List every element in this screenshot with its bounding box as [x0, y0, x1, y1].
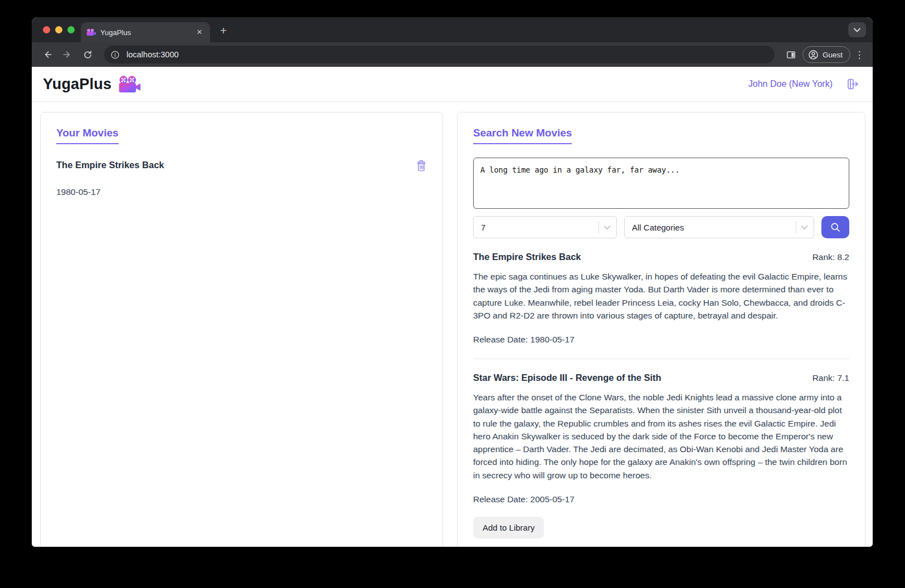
profile-label: Guest: [823, 51, 843, 59]
result-rank: Rank: 8.2: [812, 252, 849, 262]
app-page: YugaPlus John Doe (New York): [32, 67, 873, 547]
category-select[interactable]: All Categories: [624, 216, 814, 238]
browser-tab-strip: YugaPlus ✕ +: [32, 17, 873, 42]
browser-toolbar: localhost:3000 Guest ⋮: [32, 42, 873, 67]
result-release-date: Release Date: 1980-05-17: [473, 335, 849, 345]
back-button[interactable]: [38, 46, 56, 63]
reload-button[interactable]: [79, 46, 96, 63]
url-text[interactable]: localhost:3000: [126, 50, 179, 59]
library-movie-item: The Empire Strikes Back 1980-05-17: [56, 160, 427, 197]
brand-title: YugaPlus: [43, 76, 111, 93]
chevron-down-icon: [801, 225, 808, 230]
side-panel-button[interactable]: [782, 46, 800, 63]
result-description: Years after the onset of the Clone Wars,…: [473, 391, 849, 482]
library-movie-title: The Empire Strikes Back: [56, 160, 164, 170]
zoom-window-button[interactable]: [67, 26, 75, 33]
window-controls: [43, 26, 75, 33]
search-result: Star Wars: Episode III - Revenge of the …: [473, 373, 849, 538]
address-bar[interactable]: localhost:3000: [104, 46, 775, 63]
result-divider: [473, 359, 849, 359]
search-icon: [830, 222, 841, 233]
search-controls: 7 All Categories: [473, 216, 849, 238]
info-icon: [110, 50, 120, 60]
browser-menu-button[interactable]: ⋮: [853, 49, 866, 61]
forward-arrow-icon: [62, 49, 73, 60]
main-content: Your Movies The Empire Strikes Back: [32, 102, 873, 547]
side-panel-icon: [786, 50, 796, 60]
brand: YugaPlus: [43, 75, 140, 94]
select-divider: [796, 221, 796, 233]
reload-icon: [82, 50, 93, 60]
tab-search-button[interactable]: [848, 22, 866, 37]
result-release-date: Release Date: 2005-05-17: [473, 494, 849, 504]
new-tab-button[interactable]: +: [216, 23, 231, 39]
max-results-select[interactable]: 7: [473, 216, 617, 238]
add-to-library-button[interactable]: Add to Library: [473, 517, 544, 538]
app-header: YugaPlus John Doe (New York): [32, 67, 873, 102]
favicon-movie-camera-icon: [86, 28, 96, 36]
close-window-button[interactable]: [43, 26, 50, 33]
search-movies-heading: Search New Movies: [473, 127, 572, 144]
chevron-down-icon: [854, 28, 860, 32]
result-rank: Rank: 7.1: [812, 373, 849, 383]
user-name: John Doe (New York): [748, 79, 833, 89]
result-description: The epic saga continues as Luke Skywalke…: [473, 270, 849, 322]
your-movies-heading: Your Movies: [56, 127, 119, 144]
site-info-button[interactable]: [108, 47, 122, 62]
search-movies-card: Search New Movies A long time ago in a g…: [457, 112, 865, 547]
result-title: Star Wars: Episode III - Revenge of the …: [473, 373, 661, 383]
forward-button[interactable]: [59, 46, 76, 63]
logout-icon[interactable]: [846, 77, 859, 91]
search-button[interactable]: [821, 216, 849, 238]
max-results-value: 7: [481, 223, 599, 232]
library-movie-date: 1980-05-17: [56, 187, 427, 197]
browser-window: YugaPlus ✕ +: [32, 17, 873, 547]
chevron-down-icon: [604, 225, 611, 230]
browser-tab[interactable]: YugaPlus ✕: [81, 22, 210, 42]
profile-button[interactable]: Guest: [802, 46, 850, 63]
back-arrow-icon: [42, 49, 53, 60]
your-movies-card: Your Movies The Empire Strikes Back: [40, 112, 443, 547]
select-divider: [599, 221, 599, 233]
guest-avatar-icon: [808, 50, 819, 60]
category-value: All Categories: [632, 223, 796, 232]
delete-movie-trash-icon[interactable]: [416, 160, 427, 172]
minimize-window-button[interactable]: [55, 26, 62, 33]
search-result: The Empire Strikes Back Rank: 8.2 The ep…: [473, 252, 849, 345]
tab-title: YugaPlus: [100, 28, 190, 37]
movie-camera-logo-icon: [118, 75, 140, 94]
result-title: The Empire Strikes Back: [473, 252, 581, 262]
tab-close-icon[interactable]: ✕: [194, 27, 205, 37]
search-query-input[interactable]: A long time ago in a galaxy far, far awa…: [473, 158, 849, 209]
